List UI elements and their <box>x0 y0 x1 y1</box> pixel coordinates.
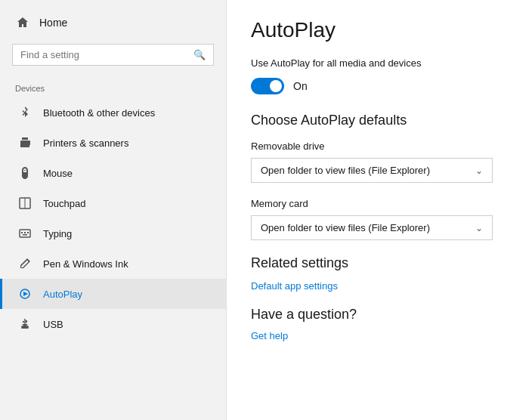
svg-rect-8 <box>23 321 24 323</box>
pen-icon <box>17 256 32 271</box>
related-settings-title: Related settings <box>251 255 508 271</box>
home-icon <box>15 15 30 30</box>
autoplay-toggle[interactable] <box>251 78 284 94</box>
chevron-down-icon-2: ⌄ <box>475 223 483 233</box>
sidebar-item-mouse[interactable]: Mouse <box>0 158 226 188</box>
search-box[interactable]: 🔍 <box>12 44 214 66</box>
sidebar-item-autoplay[interactable]: AutoPlay <box>0 279 226 309</box>
get-help-link[interactable]: Get help <box>251 330 508 341</box>
page-title: AutoPlay <box>251 18 508 42</box>
svg-rect-3 <box>21 232 23 233</box>
sidebar-item-printers[interactable]: Printers & scanners <box>0 128 226 158</box>
sidebar-item-touchpad[interactable]: Touchpad <box>0 188 226 218</box>
bluetooth-icon <box>17 105 32 120</box>
typing-icon <box>17 226 32 241</box>
printers-label: Printers & scanners <box>43 137 128 149</box>
search-input[interactable] <box>20 49 187 60</box>
memory-card-value: Open folder to view files (File Explorer… <box>261 222 430 233</box>
toggle-description: Use AutoPlay for all media and devices <box>251 57 508 69</box>
svg-rect-4 <box>24 232 26 233</box>
sidebar-item-bluetooth[interactable]: Bluetooth & other devices <box>0 97 226 128</box>
devices-section-label: Devices <box>0 78 226 97</box>
default-app-settings-link[interactable]: Default app settings <box>251 280 508 292</box>
sidebar-item-typing[interactable]: Typing <box>0 218 226 249</box>
home-label: Home <box>39 17 67 29</box>
autoplay-label: AutoPlay <box>43 289 82 300</box>
bluetooth-label: Bluetooth & other devices <box>43 107 155 119</box>
pen-label: Pen & Windows Ink <box>43 258 128 270</box>
printer-icon <box>17 135 32 150</box>
toggle-row: On <box>251 78 508 94</box>
have-a-question-title: Have a question? <box>251 307 508 323</box>
typing-label: Typing <box>43 228 72 239</box>
main-content: AutoPlay Use AutoPlay for all media and … <box>227 0 532 420</box>
svg-rect-6 <box>23 234 27 236</box>
removable-drive-label: Removable drive <box>251 141 508 152</box>
memory-card-dropdown[interactable]: Open folder to view files (File Explorer… <box>251 215 493 240</box>
search-icon: 🔍 <box>193 49 206 60</box>
memory-card-label: Memory card <box>251 198 508 209</box>
removable-drive-value: Open folder to view files (File Explorer… <box>261 165 430 176</box>
removable-drive-dropdown[interactable]: Open folder to view files (File Explorer… <box>251 158 493 183</box>
toggle-state-label: On <box>293 80 308 92</box>
svg-rect-5 <box>27 232 29 233</box>
sidebar-item-home[interactable]: Home <box>0 8 226 38</box>
svg-rect-9 <box>26 320 27 323</box>
touchpad-label: Touchpad <box>43 198 85 209</box>
mouse-icon <box>17 165 32 181</box>
mouse-label: Mouse <box>43 168 73 179</box>
usb-icon <box>17 317 32 332</box>
autoplay-defaults-title: Choose AutoPlay defaults <box>251 113 508 128</box>
sidebar-item-pen[interactable]: Pen & Windows Ink <box>0 249 226 279</box>
autoplay-icon <box>17 286 32 301</box>
usb-label: USB <box>43 319 63 330</box>
sidebar: Home 🔍 Devices Bluetooth & other devices… <box>0 0 227 420</box>
sidebar-item-usb[interactable]: USB <box>0 309 226 339</box>
chevron-down-icon: ⌄ <box>475 165 483 176</box>
touchpad-icon <box>17 196 32 211</box>
